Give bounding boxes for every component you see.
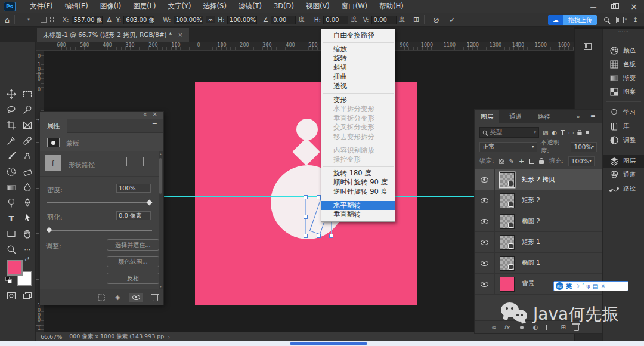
close-panel-icon[interactable]: × (153, 111, 157, 118)
frame-tool[interactable] (21, 119, 33, 131)
menu-edit[interactable]: 编辑(E) (59, 0, 94, 13)
invert-button[interactable]: 反相 (107, 273, 159, 284)
swap-colors-icon[interactable]: ⇄ (24, 255, 29, 262)
commit-transform-icon[interactable]: ✓ (449, 16, 456, 24)
quick-selection-tool[interactable] (21, 104, 33, 116)
dodge-tool[interactable] (5, 197, 17, 209)
layer-name[interactable]: 矩形 2 (522, 196, 540, 205)
lock-transparency-icon[interactable] (499, 159, 504, 164)
dock-item-layers[interactable]: 图层 (603, 155, 644, 168)
close-button[interactable]: × (624, 0, 644, 13)
hskew-input[interactable]: 0.00 (323, 16, 348, 24)
layer-name[interactable]: 矩形 1 (522, 238, 540, 246)
dock-item-swatches[interactable]: 色板 (603, 58, 644, 71)
ifly-logo-icon[interactable]: iFLY (556, 282, 564, 290)
menu-item-rotate[interactable]: 旋转 (321, 54, 395, 63)
gear-icon[interactable]: ✳ (600, 283, 605, 289)
layer-row[interactable]: 矩形 2 拷贝 (475, 169, 602, 190)
menu-type[interactable]: 文字(Y) (162, 0, 197, 13)
lock-artboard-icon[interactable] (529, 159, 534, 164)
type-tool[interactable]: T (5, 212, 17, 224)
workspace-icon[interactable] (616, 17, 624, 23)
density-slider[interactable] (47, 202, 152, 203)
history-brush-tool[interactable] (5, 166, 17, 178)
add-mask-icon[interactable] (126, 157, 127, 166)
menu-select[interactable]: 选择(S) (197, 0, 233, 13)
search-icon[interactable] (604, 17, 609, 22)
blur-tool[interactable] (21, 181, 33, 193)
home-icon[interactable]: ⌂ (5, 16, 10, 24)
tab-layers[interactable]: 图层 (475, 110, 499, 123)
properties-scrollbar[interactable]: ▴ ▾ (159, 151, 163, 289)
layer-name[interactable]: 背景 (522, 280, 534, 288)
transform-handle[interactable] (304, 195, 308, 199)
menu-item-rotate-90-ccw[interactable]: 逆时针旋转 90 度 (321, 187, 395, 197)
blend-mode-select[interactable]: 正常▾ (479, 142, 537, 152)
filter-adjustment-layers-icon[interactable]: ◐ (552, 129, 557, 136)
collapsed-panel-icon[interactable] (584, 43, 592, 50)
lock-all-icon[interactable] (539, 160, 544, 164)
density-input[interactable]: 100% (116, 184, 151, 193)
zoom-level[interactable]: 66.67% (41, 333, 62, 340)
filter-toggle-icon[interactable] (586, 131, 589, 134)
layer-visibility-toggle[interactable] (475, 232, 495, 253)
layer-thumbnail[interactable] (500, 193, 515, 208)
link-dimensions-icon[interactable]: ∞ (206, 16, 215, 23)
menu-window[interactable]: 窗口(W) (336, 0, 373, 13)
lock-pixels-icon[interactable]: ✎ (509, 158, 514, 165)
tab-properties[interactable]: 属性 (40, 119, 67, 133)
filter-type-select[interactable]: 类型 ▾ (479, 127, 539, 138)
softkeyboard-icon[interactable]: ▤ (593, 283, 598, 289)
diamond-shape[interactable] (292, 138, 320, 166)
delta-icon[interactable]: Δ (107, 16, 112, 23)
layer-row[interactable]: 矩形 1 (475, 232, 602, 253)
transform-tool-icon[interactable] (20, 17, 27, 23)
marquee-tool[interactable] (21, 88, 33, 100)
menu-filter[interactable]: 滤镜(T) (233, 0, 268, 13)
menu-item-skew[interactable]: 斜切 (321, 63, 395, 73)
era​ser-tool[interactable] (21, 166, 33, 178)
menu-item-free-transform-path[interactable]: 自由变换路径 (321, 31, 395, 41)
minimize-button[interactable]: — (583, 0, 603, 13)
vskew-input[interactable]: 0.00 (371, 16, 397, 24)
layer-visibility-toggle[interactable] (475, 253, 495, 274)
layer-row[interactable]: 椭圆 2 (475, 211, 602, 232)
lasso-tool[interactable] (5, 104, 17, 116)
default-colors-icon[interactable] (5, 277, 12, 283)
dock-item-color[interactable]: 颜色 (603, 44, 644, 57)
color-range-button[interactable]: 颜色范围... (107, 256, 159, 267)
layer-visibility-toggle[interactable] (475, 274, 495, 295)
zoom-tool[interactable] (5, 243, 17, 255)
menu-item-perspective[interactable]: 透视 (321, 82, 395, 91)
dock-item-patterns[interactable]: 图案 (603, 85, 644, 98)
dock-item-paths[interactable]: 路径 (603, 182, 644, 195)
dock-item-learn[interactable]: 学习 (603, 106, 644, 119)
vector-mask-icon[interactable] (143, 157, 144, 166)
tab-channels[interactable]: 通道 (503, 110, 528, 123)
warp-mode-icon[interactable]: ⊞ (413, 16, 419, 24)
layer-thumbnail[interactable] (500, 214, 515, 229)
layer-thumbnail[interactable] (500, 235, 515, 250)
menu-item-distort[interactable]: 扭曲 (321, 72, 395, 82)
layer-row[interactable]: 椭圆 1 (475, 253, 602, 274)
dock-grip[interactable]: ⋯⋯ (603, 29, 644, 34)
share-icon[interactable]: ↥ (633, 16, 638, 23)
punctuation-icon[interactable]: ’ (582, 283, 584, 289)
filter-pixel-layers-icon[interactable]: ▨ (543, 129, 548, 136)
menu-item-flip-horizontal[interactable]: 水平翻转 (321, 201, 395, 211)
collapse-panel-icon[interactable]: « (143, 111, 147, 118)
filter-shape-layers-icon[interactable]: ▭ (568, 129, 574, 136)
transform-handle[interactable] (317, 234, 321, 238)
hand-tool[interactable] (21, 228, 33, 240)
layer-name[interactable]: 椭圆 2 (522, 217, 540, 225)
toggle-reference-point-checkbox[interactable] (41, 17, 47, 23)
tab-paths[interactable]: 路径 (532, 110, 556, 123)
quick-mask-mode-icon[interactable] (5, 290, 17, 302)
dock-item-gradients[interactable]: 渐变 (603, 72, 644, 85)
gradient-tool[interactable] (5, 181, 17, 193)
horizontal-ruler[interactable]: 700 600 500 400 300 200 100 0 100 200 30… (44, 42, 574, 51)
status-menu-chevron[interactable]: › (168, 333, 170, 340)
menu-item-rotate-90-cw[interactable]: 顺时针旋转 90 度 (321, 178, 395, 187)
apply-mask-icon[interactable]: ◈ (115, 294, 120, 301)
more-tools-icon[interactable]: ⋯ (21, 243, 33, 255)
